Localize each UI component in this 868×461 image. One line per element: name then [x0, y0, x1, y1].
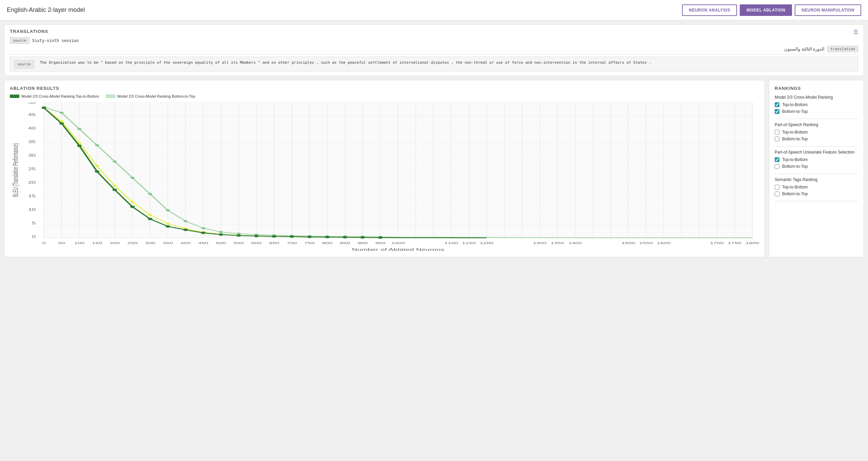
source-long-row: source The Organization was to be " base…: [10, 57, 858, 72]
svg-text:450: 450: [198, 241, 208, 244]
legend-label-1: Model 2/3 Cross-Model Ranking Top-to-Bot…: [21, 94, 99, 98]
header: English-Arabic 2-layer model NEURON ANAL…: [0, 0, 868, 20]
svg-text:1000: 1000: [391, 241, 405, 244]
svg-text:15: 15: [28, 194, 36, 198]
ranking-option-label-2-0: Top-to-Bottom: [782, 130, 808, 135]
svg-text:850: 850: [340, 241, 350, 244]
ranking-option-2-0: Top-to-Bottom: [775, 130, 858, 135]
dot-y-6: [148, 214, 152, 216]
main-content: TRANSLATIONS ☰ source Sixty-ninth sessio…: [0, 20, 868, 261]
checkbox-2-1[interactable]: [775, 137, 779, 141]
model-ablation-btn[interactable]: MODEL ABLATION: [740, 4, 792, 16]
svg-text:5: 5: [32, 221, 36, 225]
dot-btb-8: [184, 220, 188, 222]
dot-ttb-15: [307, 236, 312, 238]
chart-area: 0 5 10 15 20 25 30 35 40 45 50 BLEU (Tra…: [10, 102, 759, 252]
rankings-title: RANKINGS: [775, 86, 858, 91]
ranking-option-3-0: Top-to-Bottom: [775, 157, 858, 162]
dot-ttb-14: [289, 235, 294, 238]
source-row-1: source Sixty-ninth session: [10, 37, 858, 44]
ranking-group-title-2: Part-of-Speech Ranking: [775, 122, 858, 127]
dot-btb-6: [148, 193, 152, 195]
translation-row-1: translation الدورة الثالثة والستون: [10, 46, 858, 55]
checkbox-4-0[interactable]: [775, 185, 779, 189]
dot-ttb-13: [272, 235, 277, 238]
ranking-option-2-1: Bottom-to-Top: [775, 137, 858, 141]
ablation-title: ABLATION RESULTS: [10, 86, 759, 91]
ranking-group-title-3: Part-of-Speech Univariate Feature Select…: [775, 150, 858, 155]
rankings-panel: RANKINGS Model 2/3 Cross-Model Ranking T…: [769, 80, 864, 257]
svg-text:25: 25: [28, 167, 36, 171]
legend-label-2: Model 2/3 Cross-Model Ranking Bottom-to-…: [117, 94, 195, 98]
checkbox-3-1[interactable]: [775, 164, 779, 169]
dot-ttb-18: [360, 236, 365, 239]
svg-text:800: 800: [322, 241, 332, 244]
chart-legend: Model 2/3 Cross-Model Ranking Top-to-Bot…: [10, 94, 759, 98]
filter-icon[interactable]: ☰: [853, 29, 858, 35]
legend-color-2: [106, 95, 115, 98]
dot-ttb-3: [95, 170, 99, 173]
source-long-text: The Organization was to be " based on th…: [40, 60, 854, 66]
svg-text:40: 40: [28, 126, 36, 130]
source-text-1: Sixty-ninth session: [32, 38, 79, 43]
svg-text:1300: 1300: [533, 241, 547, 244]
svg-text:750: 750: [304, 241, 315, 244]
source-tag-1: source: [10, 37, 30, 44]
dot-btb-5: [130, 177, 134, 179]
source-tag-long: source: [14, 60, 34, 68]
translation-tag-1: translation: [827, 46, 858, 52]
svg-text:950: 950: [375, 241, 385, 244]
ranking-option-1-1: Bottom-to-Top: [775, 109, 858, 114]
dot-ttb-7: [166, 225, 170, 227]
svg-text:0: 0: [32, 235, 36, 239]
svg-text:100: 100: [74, 241, 84, 244]
ranking-group-title-4: Semantic Tags Ranking: [775, 177, 858, 182]
ranking-group-3: Part-of-Speech Univariate Feature Select…: [775, 150, 858, 169]
svg-text:400: 400: [181, 241, 191, 244]
checkbox-4-1[interactable]: [775, 192, 779, 196]
svg-text:20: 20: [28, 181, 36, 184]
svg-text:10: 10: [28, 208, 36, 212]
divider-1: [775, 119, 858, 119]
translations-title: TRANSLATIONS: [10, 29, 858, 34]
checkbox-2-0[interactable]: [775, 130, 779, 135]
app-title: English-Arabic 2-layer model: [7, 6, 85, 14]
dot-btb-7: [166, 209, 170, 211]
svg-text:BLEU (Translation Performance): BLEU (Translation Performance): [11, 143, 20, 197]
svg-text:0: 0: [42, 241, 45, 244]
ranking-group-4: Semantic Tags Ranking Top-to-Bottom Bott…: [775, 177, 858, 196]
dot-ttb-16: [325, 236, 329, 238]
svg-text:1400: 1400: [568, 241, 582, 244]
chart-svg: 0 5 10 15 20 25 30 35 40 45 50 BLEU (Tra…: [10, 102, 759, 252]
svg-text:600: 600: [251, 241, 262, 244]
neuron-analysis-btn[interactable]: NEURON ANALYSIS: [682, 4, 737, 16]
legend-color-1: [10, 95, 19, 98]
ranking-option-label-4-1: Bottom-to-Top: [782, 192, 808, 196]
dot-ttb-17: [343, 236, 347, 238]
dot-ttb-19: [378, 236, 383, 239]
dot-ttb-8: [183, 228, 188, 231]
bottom-section: ABLATION RESULTS Model 2/3 Cross-Model R…: [4, 80, 864, 257]
dot-btb-3: [95, 144, 99, 146]
svg-text:550: 550: [233, 241, 244, 244]
svg-text:35: 35: [28, 140, 36, 144]
dot-y-7: [166, 223, 170, 225]
dot-ttb-0: [41, 106, 46, 109]
svg-text:250: 250: [127, 241, 137, 244]
neuron-manipulation-btn[interactable]: NEURON MANIPULATION: [795, 4, 861, 16]
checkbox-3-0[interactable]: [775, 157, 779, 162]
dot-ttb-5: [130, 205, 135, 208]
translation-text-1: الدورة الثالثة والستون: [784, 46, 825, 52]
svg-text:45: 45: [28, 113, 36, 117]
dot-ttb-2: [77, 144, 82, 147]
dot-btb-1: [60, 112, 64, 114]
svg-text:1350: 1350: [551, 241, 564, 244]
dot-y-4: [113, 185, 117, 187]
ranking-group-title-1: Model 2/3 Cross-Model Ranking: [775, 95, 858, 100]
dot-btb-10: [219, 231, 223, 233]
dot-btb-2: [77, 128, 81, 130]
ranking-option-label-3-0: Top-to-Bottom: [782, 157, 808, 162]
checkbox-1-1[interactable]: [775, 109, 779, 114]
checkbox-1-0[interactable]: [775, 102, 779, 107]
svg-text:1100: 1100: [445, 241, 458, 244]
